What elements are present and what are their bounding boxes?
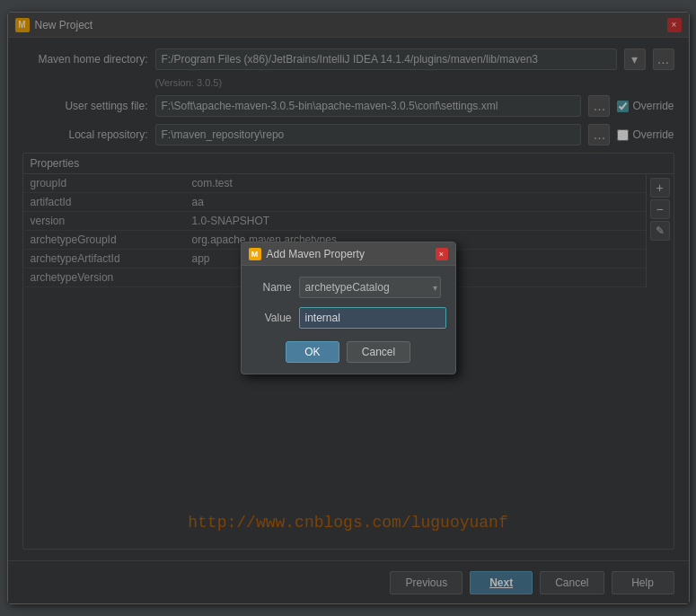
modal-cancel-button[interactable]: Cancel (347, 341, 410, 363)
modal-title-bar: M Add Maven Property × (242, 242, 455, 266)
modal-ok-button[interactable]: OK (286, 341, 339, 363)
modal-value-row: Value (256, 307, 441, 329)
modal-close-button[interactable]: × (436, 248, 448, 260)
modal-name-select[interactable]: archetypeCatalog (299, 277, 441, 298)
modal-title: Add Maven Property (267, 248, 365, 260)
modal-value-label: Value (256, 312, 292, 324)
modal-value-input[interactable] (299, 307, 446, 329)
modal-button-row: OK Cancel (256, 338, 441, 363)
add-maven-property-dialog: M Add Maven Property × Name archetypeCat… (241, 242, 456, 374)
main-window: M New Project × Maven home directory: ▾ … (7, 12, 690, 604)
modal-name-label: Name (256, 281, 292, 294)
modal-window-icon: M (249, 248, 261, 260)
modal-name-row: Name archetypeCatalog ▾ (256, 277, 441, 298)
modal-body: Name archetypeCatalog ▾ Value OK (242, 266, 455, 374)
modal-overlay: M Add Maven Property × Name archetypeCat… (8, 13, 689, 603)
